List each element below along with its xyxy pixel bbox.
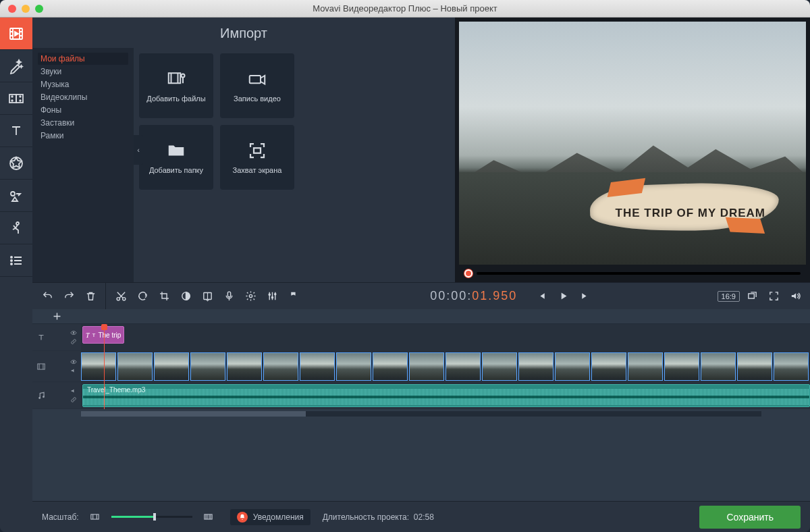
import-category-6[interactable]: Рамки <box>38 130 128 142</box>
video-thumb <box>154 352 189 381</box>
clip-properties-button[interactable] <box>198 287 217 306</box>
video-thumb <box>628 352 663 381</box>
timeline: 00:00:0000:00:0500:00:1000:00:1500:00:20… <box>32 309 810 501</box>
zoom-out-button[interactable] <box>86 508 105 527</box>
svg-rect-28 <box>38 363 45 369</box>
prev-frame-button[interactable] <box>532 287 551 306</box>
svg-point-10 <box>11 257 12 258</box>
undo-button[interactable] <box>38 287 57 306</box>
redo-button[interactable] <box>59 287 78 306</box>
rail-titles-button[interactable] <box>0 115 32 147</box>
import-category-0[interactable]: Мои файлы <box>38 53 128 65</box>
video-thumb <box>446 352 481 381</box>
preview-viewport[interactable]: THE TRIP OF MY DREAM <box>459 22 806 265</box>
delete-button[interactable] <box>81 287 100 306</box>
playhead[interactable] <box>104 324 105 409</box>
audio-track: Travel_Theme.mp3 <box>32 382 810 409</box>
svg-point-8 <box>11 192 15 196</box>
import-panel-title: Импорт <box>32 23 455 48</box>
svg-point-7 <box>10 157 22 169</box>
preview-panel: THE TRIP OF MY DREAM <box>455 18 810 282</box>
rotate-button[interactable] <box>133 287 152 306</box>
next-frame-button[interactable] <box>575 287 594 306</box>
fullscreen-button[interactable] <box>764 287 783 306</box>
window-close-button[interactable] <box>8 5 16 13</box>
video-thumb <box>701 352 736 381</box>
zoom-label: Масштаб: <box>42 512 79 522</box>
rail-import-button[interactable] <box>0 18 32 50</box>
volume-button[interactable] <box>786 287 805 306</box>
timecode-display: 00:00:01.950 <box>421 289 526 303</box>
video-thumb <box>591 352 626 381</box>
zoom-slider[interactable] <box>111 516 192 518</box>
import-category-1[interactable]: Звуки <box>38 65 128 78</box>
tile-screen-capture[interactable]: Захват экрана <box>220 125 294 190</box>
collapse-categories-button[interactable]: ‹ <box>134 135 143 165</box>
color-button[interactable] <box>176 287 195 306</box>
preview-overlay-text: THE TRIP OF MY DREAM <box>616 207 765 220</box>
rail-transitions-button[interactable] <box>0 82 32 115</box>
rail-filters-button[interactable] <box>0 50 32 82</box>
timeline-scrollbar[interactable] <box>32 409 810 419</box>
svg-point-18 <box>122 298 125 300</box>
svg-point-23 <box>269 294 270 295</box>
import-category-3[interactable]: Видеоклипы <box>38 91 128 103</box>
svg-point-25 <box>274 294 275 295</box>
settings-button[interactable] <box>241 287 260 306</box>
video-thumb <box>482 352 517 381</box>
notifications-button[interactable]: Уведомления <box>230 509 310 525</box>
svg-rect-32 <box>91 514 99 519</box>
rail-callouts-button[interactable] <box>0 180 32 212</box>
title-track: TT The trip <box>32 324 810 351</box>
cut-button[interactable] <box>111 287 130 306</box>
seek-handle-icon[interactable] <box>464 269 473 277</box>
window-title: Movavi Видеоредактор Плюс – Новый проект <box>0 3 810 14</box>
mic-button[interactable] <box>219 287 238 306</box>
window-maximize-button[interactable] <box>35 5 43 13</box>
video-thumb <box>555 352 590 381</box>
svg-point-14 <box>182 74 185 78</box>
video-thumb <box>81 352 116 381</box>
video-clip[interactable] <box>81 352 810 381</box>
tile-add-folder[interactable]: Добавить папку <box>139 125 213 190</box>
import-category-4[interactable]: Фоны <box>38 104 128 116</box>
svg-rect-15 <box>250 76 261 83</box>
svg-point-9 <box>16 222 19 225</box>
aspect-ratio-button[interactable]: 16:9 <box>718 291 740 302</box>
svg-point-17 <box>117 298 119 300</box>
add-track-button[interactable] <box>47 307 66 326</box>
svg-point-24 <box>271 297 273 298</box>
rail-animation-button[interactable] <box>0 212 32 244</box>
import-category-2[interactable]: Музыка <box>38 78 128 90</box>
audio-clip[interactable]: Travel_Theme.mp3 <box>82 384 810 407</box>
left-rail <box>0 18 32 532</box>
video-thumb <box>190 352 225 381</box>
import-tiles: Добавить файлыЗапись видеоДобавить папку… <box>134 48 455 282</box>
video-thumb <box>518 352 554 381</box>
bell-icon <box>237 512 248 523</box>
marker-button[interactable] <box>284 287 303 306</box>
video-thumb <box>227 352 262 381</box>
video-track <box>32 351 810 382</box>
detach-preview-button[interactable] <box>742 287 761 306</box>
window-minimize-button[interactable] <box>22 5 30 13</box>
video-thumb <box>409 352 444 381</box>
project-duration: Длительность проекта: 02:58 <box>323 512 434 522</box>
svg-point-22 <box>249 294 252 297</box>
play-button[interactable] <box>554 287 572 306</box>
crop-button[interactable] <box>155 287 173 306</box>
zoom-in-button[interactable] <box>199 508 218 527</box>
video-thumb <box>336 352 371 381</box>
save-button[interactable]: Сохранить <box>699 506 801 529</box>
preview-seekbar[interactable] <box>455 265 810 282</box>
toolbar: 00:00:01.950 16:9 <box>32 282 810 309</box>
svg-point-5 <box>20 96 21 97</box>
rail-stickers-button[interactable] <box>0 147 32 180</box>
rail-more-button[interactable] <box>0 244 32 277</box>
equalizer-button[interactable] <box>263 287 281 306</box>
video-thumb <box>774 352 809 381</box>
tile-record-video[interactable]: Запись видео <box>220 53 294 118</box>
import-category-5[interactable]: Заставки <box>38 117 128 129</box>
tile-add-files[interactable]: Добавить файлы <box>139 53 213 118</box>
video-thumb <box>300 352 335 381</box>
